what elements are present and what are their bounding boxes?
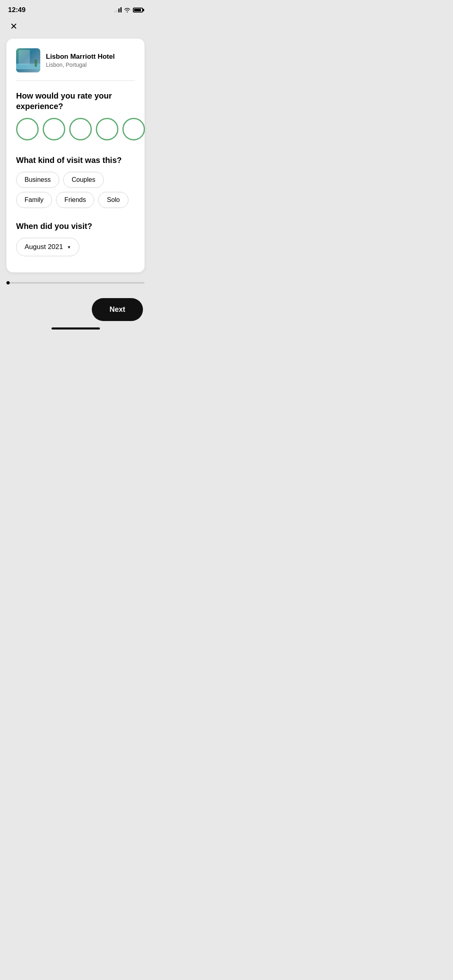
close-button[interactable]: ✕ bbox=[8, 21, 19, 32]
date-dropdown[interactable]: August 2021 ▼ bbox=[16, 238, 79, 256]
chip-solo[interactable]: Solo bbox=[98, 192, 128, 208]
next-button[interactable]: Next bbox=[92, 298, 143, 321]
rating-circle-1[interactable] bbox=[16, 118, 39, 140]
status-time: 12:49 bbox=[8, 6, 25, 14]
rating-section: How would you rate your experience? bbox=[16, 91, 135, 140]
signal-icon bbox=[114, 8, 122, 12]
chip-family[interactable]: Family bbox=[16, 192, 52, 208]
hotel-header: Lisbon Marriott Hotel Lisbon, Portugal bbox=[16, 48, 135, 72]
rating-question: How would you rate your experience? bbox=[16, 91, 135, 111]
visit-date-section: When did you visit? August 2021 ▼ bbox=[16, 221, 135, 256]
progress-fill bbox=[6, 281, 10, 284]
home-indicator bbox=[0, 321, 151, 333]
chip-business[interactable]: Business bbox=[16, 172, 59, 188]
divider bbox=[16, 80, 135, 81]
hotel-name: Lisbon Marriott Hotel bbox=[46, 53, 135, 61]
status-bar: 12:49 bbox=[0, 0, 151, 18]
bottom-area: Next bbox=[0, 290, 151, 321]
home-bar bbox=[52, 327, 100, 329]
visit-type-question: What kind of visit was this? bbox=[16, 155, 135, 165]
date-selected-value: August 2021 bbox=[25, 243, 63, 251]
status-icons bbox=[114, 8, 143, 12]
rating-circles bbox=[16, 118, 135, 140]
battery-icon bbox=[133, 8, 143, 12]
visit-type-chips: Business Couples Family Friends Solo bbox=[16, 172, 135, 208]
rating-circle-4[interactable] bbox=[96, 118, 118, 140]
rating-circle-2[interactable] bbox=[43, 118, 65, 140]
visit-date-question: When did you visit? bbox=[16, 221, 135, 231]
chip-friends[interactable]: Friends bbox=[56, 192, 94, 208]
hotel-thumbnail bbox=[16, 48, 40, 72]
rating-circle-5[interactable] bbox=[122, 118, 145, 140]
hotel-location: Lisbon, Portugal bbox=[46, 62, 135, 68]
progress-area bbox=[6, 282, 145, 284]
rating-circle-3[interactable] bbox=[69, 118, 92, 140]
dropdown-arrow-icon: ▼ bbox=[67, 245, 71, 249]
close-icon: ✕ bbox=[10, 22, 17, 31]
wifi-icon bbox=[124, 8, 130, 12]
chip-couples[interactable]: Couples bbox=[63, 172, 104, 188]
visit-type-section: What kind of visit was this? Business Co… bbox=[16, 155, 135, 208]
progress-track bbox=[6, 282, 145, 284]
hotel-info: Lisbon Marriott Hotel Lisbon, Portugal bbox=[46, 53, 135, 68]
review-card: Lisbon Marriott Hotel Lisbon, Portugal H… bbox=[6, 39, 145, 272]
